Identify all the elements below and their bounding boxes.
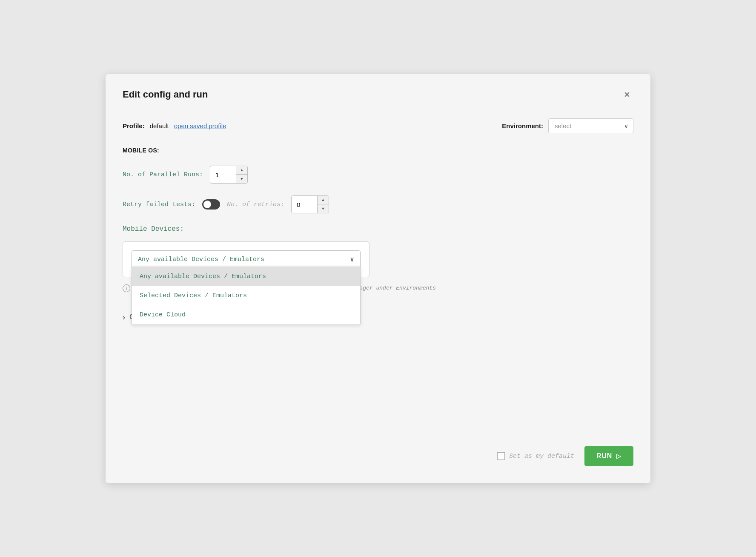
- environment-section: Environment: selectstagingproductiondev: [502, 118, 633, 133]
- parallel-runs-row: No. of Parallel Runs: 1 ▲ ▼: [123, 166, 633, 184]
- default-checkbox-wrapper: Set as my default: [497, 452, 574, 460]
- devices-dropdown-trigger[interactable]: Any available Devices / Emulators ∨: [132, 250, 361, 268]
- environment-select-wrapper: selectstagingproductiondev: [548, 118, 633, 133]
- open-saved-profile-link[interactable]: open saved profile: [174, 122, 226, 129]
- devices-container: Any available Devices / Emulators ∨ Any …: [123, 241, 369, 277]
- parallel-runs-decrement[interactable]: ▼: [236, 175, 247, 183]
- retries-input[interactable]: 0: [292, 196, 317, 213]
- profile-environment-row: Profile: default open saved profile Envi…: [123, 118, 633, 133]
- retries-decrement[interactable]: ▼: [318, 204, 329, 213]
- set-as-default-label: Set as my default: [509, 453, 574, 460]
- profile-value: default: [150, 122, 169, 129]
- mobile-os-section-label: MOBILE OS:: [123, 147, 633, 154]
- retry-label: Retry failed tests:: [123, 201, 195, 208]
- dropdown-item-selected[interactable]: Selected Devices / Emulators: [132, 286, 360, 305]
- mobile-devices-label: Mobile Devices:: [123, 225, 633, 233]
- retries-label: No. of retries:: [227, 201, 284, 208]
- devices-chevron-icon: ∨: [350, 255, 354, 264]
- devices-selected-value: Any available Devices / Emulators: [138, 256, 264, 263]
- environment-select[interactable]: selectstagingproductiondev: [548, 118, 633, 133]
- profile-section: Profile: default open saved profile: [123, 122, 226, 129]
- run-button[interactable]: RUN ▷: [584, 446, 633, 466]
- dialog-title: Edit config and run: [123, 89, 208, 100]
- run-button-label: RUN: [596, 452, 612, 460]
- dialog-footer: Set as my default RUN ▷: [497, 446, 633, 466]
- retry-row: Retry failed tests: No. of retries: 0 ▲ …: [123, 195, 633, 213]
- parallel-runs-input[interactable]: 1: [210, 166, 236, 183]
- retry-toggle[interactable]: [202, 199, 220, 210]
- info-icon: i: [123, 284, 130, 292]
- environment-label: Environment:: [502, 122, 543, 129]
- dialog-header: Edit config and run ×: [106, 74, 650, 110]
- edit-config-dialog: Edit config and run × Profile: default o…: [106, 74, 650, 483]
- configure-timeouts-chevron-icon: ›: [123, 313, 125, 322]
- parallel-runs-label: No. of Parallel Runs:: [123, 171, 203, 178]
- parallel-runs-input-wrapper: 1 ▲ ▼: [210, 166, 248, 184]
- retries-increment[interactable]: ▲: [318, 196, 329, 204]
- run-play-icon: ▷: [616, 453, 621, 459]
- dropdown-item-cloud[interactable]: Device Cloud: [132, 305, 360, 324]
- devices-dropdown-menu: Any available Devices / Emulators Select…: [132, 267, 361, 325]
- dropdown-item-any[interactable]: Any available Devices / Emulators: [132, 267, 360, 286]
- toggle-thumb: [203, 201, 211, 208]
- retries-spinner-buttons: ▲ ▼: [317, 196, 329, 213]
- profile-label: Profile:: [123, 122, 145, 129]
- set-as-default-checkbox[interactable]: [497, 452, 505, 460]
- parallel-runs-increment[interactable]: ▲: [236, 166, 247, 175]
- parallel-runs-spinner-buttons: ▲ ▼: [236, 166, 247, 183]
- retries-input-wrapper: 0 ▲ ▼: [291, 195, 329, 213]
- close-button[interactable]: ×: [621, 88, 633, 101]
- dialog-body: Profile: default open saved profile Envi…: [106, 110, 650, 339]
